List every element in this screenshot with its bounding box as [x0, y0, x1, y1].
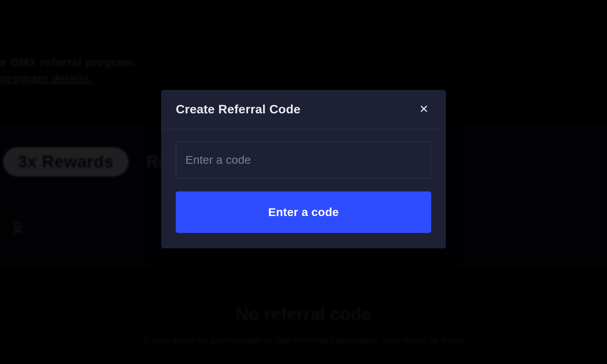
- modal-body: Enter a code: [161, 128, 446, 248]
- create-referral-modal: Create Referral Code Enter a code: [161, 90, 446, 248]
- modal-title: Create Referral Code: [176, 102, 300, 116]
- submit-code-button[interactable]: Enter a code: [176, 191, 431, 233]
- modal-header: Create Referral Code: [161, 90, 446, 128]
- referral-code-input[interactable]: [176, 141, 431, 178]
- close-icon: [419, 104, 429, 115]
- close-button[interactable]: [417, 101, 431, 117]
